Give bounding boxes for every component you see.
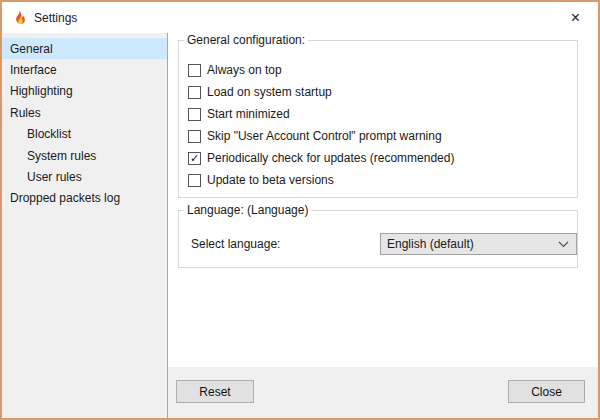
checkbox-row-always-on-top[interactable]: Always on top (179, 59, 577, 81)
sidebar-item-blocklist[interactable]: Blocklist (2, 124, 167, 145)
sidebar-item-highlighting[interactable]: Highlighting (2, 81, 167, 102)
checkbox-label: Always on top (207, 63, 282, 77)
checkbox[interactable] (188, 64, 201, 77)
chevron-down-icon (558, 241, 569, 248)
content-panel: General configuration: Always on top Loa… (168, 33, 598, 418)
checkbox-list: Always on top Load on system startup Sta… (179, 41, 577, 191)
checkbox-label: Load on system startup (207, 85, 332, 99)
settings-nav-sidebar: General Interface Highlighting Rules Blo… (2, 33, 168, 418)
window-body: General Interface Highlighting Rules Blo… (2, 33, 598, 418)
checkbox-label: Periodically check for updates (recommen… (207, 151, 454, 165)
checkbox[interactable] (188, 108, 201, 121)
close-button[interactable]: Close (508, 380, 585, 403)
sidebar-item-label: Blocklist (27, 127, 71, 141)
title-bar: Settings × (2, 2, 598, 33)
sidebar-item-general[interactable]: General (2, 38, 167, 59)
checkbox-label: Update to beta versions (207, 173, 334, 187)
sidebar-item-user-rules[interactable]: User rules (2, 166, 167, 187)
sidebar-item-label: General (10, 42, 53, 56)
checkbox[interactable] (188, 86, 201, 99)
sidebar-item-interface[interactable]: Interface (2, 59, 167, 80)
sidebar-item-rules[interactable]: Rules (2, 102, 167, 123)
general-configuration-group-title: General configuration: (184, 33, 308, 47)
sidebar-item-label: Dropped packets log (10, 191, 120, 205)
language-dropdown-value: English (default) (387, 237, 474, 251)
checkbox[interactable] (188, 174, 201, 187)
sidebar-item-label: Rules (10, 106, 41, 120)
sidebar-item-label: User rules (27, 170, 82, 184)
checkbox-row-skip-user-account-control-prompt-warning[interactable]: Skip "User Account Control" prompt warni… (179, 125, 577, 147)
checkbox-row-load-on-system-startup[interactable]: Load on system startup (179, 81, 577, 103)
footer-bar: Reset Close (168, 367, 598, 418)
select-language-label: Select language: (191, 233, 280, 255)
language-dropdown[interactable]: English (default) (380, 233, 577, 255)
checkbox-label: Skip "User Account Control" prompt warni… (207, 129, 442, 143)
close-window-button[interactable]: × (553, 2, 598, 33)
sidebar-item-label: System rules (27, 149, 96, 163)
checkbox-row-periodically-check-for-updates-recommended[interactable]: ✓ Periodically check for updates (recomm… (179, 147, 577, 169)
checkbox[interactable]: ✓ (188, 152, 201, 165)
sidebar-item-dropped-packets-log[interactable]: Dropped packets log (2, 188, 167, 209)
sidebar-item-system-rules[interactable]: System rules (2, 145, 167, 166)
settings-window: Settings × General Interface Highlightin… (0, 0, 600, 420)
checkbox-label: Start minimized (207, 107, 290, 121)
close-icon: × (571, 9, 580, 27)
sidebar-item-label: Highlighting (10, 84, 73, 98)
reset-button[interactable]: Reset (176, 380, 254, 403)
general-configuration-group: General configuration: Always on top Loa… (178, 40, 578, 198)
checkbox-row-update-to-beta-versions[interactable]: Update to beta versions (179, 169, 577, 191)
flame-app-icon (11, 10, 27, 26)
language-row: Select language: English (default) (179, 211, 577, 255)
language-group: Language: (Language) Select language: En… (178, 210, 578, 268)
window-title: Settings (34, 11, 77, 25)
checkbox[interactable] (188, 130, 201, 143)
checkbox-row-start-minimized[interactable]: Start minimized (179, 103, 577, 125)
sidebar-item-label: Interface (10, 63, 57, 77)
